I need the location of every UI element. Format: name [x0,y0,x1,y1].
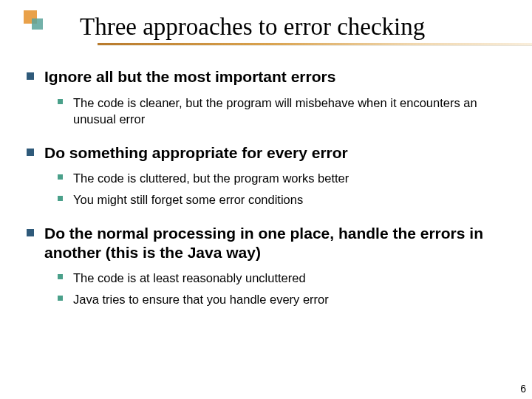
sub-list-item-text: The code is at least reasonably unclutte… [73,270,306,286]
sub-list-item-text: You might still forget some error condit… [73,191,303,208]
sub-list-item-text: Java tries to ensure that you handle eve… [73,291,329,307]
slide-content: Ignore all but the most important errors… [0,50,532,307]
square-bullet-icon [27,72,34,80]
title-underline [98,43,532,45]
square-bullet-icon [58,196,63,201]
square-bullet-icon [58,274,63,279]
list-item-text: Ignore all but the most important errors [44,67,335,86]
list-item-text: Do something appropriate for every error [44,143,348,163]
square-bullet-icon [58,99,63,104]
title-area: Three approaches to error checking [0,0,532,50]
sub-list-item: Java tries to ensure that you handle eve… [58,291,502,307]
title-accent-icon [24,10,43,30]
sub-list-item: The code is at least reasonably unclutte… [58,270,502,286]
list-item-text: Do the normal processing in one place, h… [44,224,502,263]
square-bullet-icon [27,149,34,156]
square-bullet-icon [58,174,63,180]
sub-list-item: The code is cleaner, but the program wil… [58,95,502,128]
sub-list-item-text: The code is cluttered, but the program w… [73,170,349,186]
page-number: 6 [520,383,526,395]
sub-list-item: You might still forget some error condit… [58,191,502,208]
list-item: Do something appropriate for every error… [27,143,502,208]
square-bullet-icon [58,296,63,301]
sub-list-item: The code is cluttered, but the program w… [58,170,502,186]
list-item: Do the normal processing in one place, h… [27,224,502,307]
list-item: Ignore all but the most important errors… [27,67,502,127]
square-bullet-icon [27,229,34,236]
sub-list-item-text: The code is cleaner, but the program wil… [73,95,502,128]
slide-title: Three approaches to error checking [80,13,532,40]
